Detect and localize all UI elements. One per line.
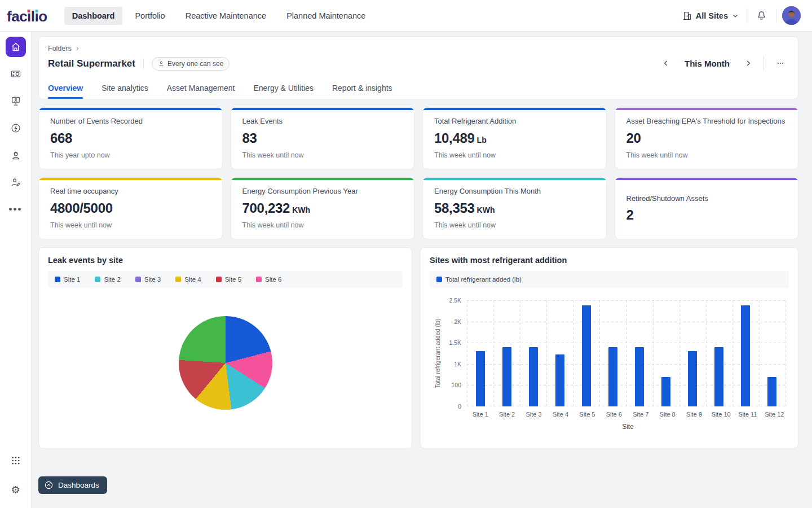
ellipsis-icon: [775, 59, 785, 67]
settings-icon: ⚙: [11, 485, 20, 495]
v-gridline: [626, 300, 627, 406]
bar-site-5: [582, 305, 591, 406]
app-launcher-icon: [11, 456, 21, 466]
kpi-value-row: 58,353KWh: [434, 200, 595, 216]
legend-item-site-4[interactable]: Site 4: [175, 276, 201, 283]
topnav-item-dashboard[interactable]: Dashboard: [64, 7, 123, 25]
x-label-site-11: Site 11: [734, 411, 761, 418]
tab-asset-management[interactable]: Asset Management: [167, 84, 235, 99]
topnav-right: All Sites: [679, 6, 801, 25]
kpi-unit: KWh: [477, 205, 495, 214]
sidebar-item-home[interactable]: [6, 37, 26, 57]
kpi-label: Energy Consumption This Month: [434, 187, 595, 195]
y-tick-label: 2.5K: [449, 297, 461, 304]
tab-report-insights[interactable]: Report & insights: [332, 84, 392, 99]
kpi-label: Retired/Shutdown Assets: [626, 194, 787, 203]
legend-item-site-2[interactable]: Site 2: [95, 276, 120, 283]
charts-section: Leak events by site Site 1Site 2Site 3Si…: [38, 247, 798, 449]
bar-site-6: [608, 347, 617, 406]
sidebar-item-kiosk[interactable]: [6, 91, 26, 111]
left-sidebar: ••• ⚙: [0, 32, 32, 508]
topnav-item-portfolio[interactable]: Portfolio: [127, 7, 173, 25]
kpi-card-total-refrigerant-addition: Total Refrigerant Addition10,489LbThis w…: [422, 107, 607, 169]
kpi-subtitle: This week until now: [434, 151, 595, 159]
person-edit-icon: [10, 177, 21, 188]
user-avatar[interactable]: [782, 6, 801, 25]
sidebar-item-more[interactable]: •••: [6, 199, 26, 220]
breadcrumb-folders[interactable]: Folders: [48, 45, 72, 52]
kpi-row: Real time occupancy4800/5000This week un…: [38, 177, 798, 239]
x-label-site-3: Site 3: [520, 411, 547, 418]
kpi-value-row: 2: [626, 207, 787, 223]
logo-char: a: [11, 9, 19, 24]
sidebar-item-worker[interactable]: [6, 145, 26, 165]
kpi-card-real-time-occupancy: Real time occupancy4800/5000This week un…: [38, 177, 223, 239]
x-label-site-9: Site 9: [681, 411, 707, 418]
sidebar-item-energy[interactable]: [6, 118, 26, 138]
kpi-value: 10,489: [434, 130, 475, 146]
logo-char: f: [7, 9, 11, 24]
sidebar-item-equipment[interactable]: [6, 64, 26, 84]
legend-label: Site 3: [144, 276, 161, 283]
kpi-label: Number of Events Recorded: [50, 117, 211, 125]
logo-char: c: [19, 9, 27, 24]
previous-period-button[interactable]: [659, 56, 673, 71]
tab-site-analytics[interactable]: Site analytics: [102, 84, 148, 99]
pie-legend: Site 1Site 2Site 3Site 4Site 5Site 6: [48, 271, 403, 288]
period-controls: This Month: [659, 56, 789, 71]
kpi-value-row: 700,232KWh: [242, 200, 403, 216]
kpi-accent-strip: [423, 108, 606, 110]
x-label-site-2: Site 2: [493, 411, 520, 418]
v-gridline: [573, 300, 573, 406]
bar-site-11: [741, 305, 750, 406]
v-gridline: [653, 300, 654, 406]
notifications-button[interactable]: [753, 7, 770, 24]
legend-item-total-refrigerant-added-lb[interactable]: Total refrigerant added (lb): [436, 276, 522, 283]
legend-item-site-1[interactable]: Site 1: [55, 276, 80, 283]
y-axis-ticks: 01001K1.5K2K2.5K: [443, 300, 461, 406]
kpi-card-asset-breaching-epa-s-threshold-for-inspections: Asset Breaching EPA's Threshold for Insp…: [615, 107, 799, 169]
person-icon: [158, 60, 165, 67]
bar-site-9: [688, 351, 697, 406]
chevron-right-icon: [744, 59, 752, 67]
x-label-site-5: Site 5: [574, 411, 601, 418]
tab-energy-utilities[interactable]: Energy & Utilities: [253, 84, 314, 99]
logo-i-dot: [35, 10, 38, 12]
legend-item-site-5[interactable]: Site 5: [216, 276, 241, 283]
legend-swatch: [175, 277, 181, 282]
x-label-site-6: Site 6: [601, 411, 627, 418]
page-title: Retail Supermarket: [48, 58, 135, 69]
dashboard-tabs: OverviewSite analyticsAsset ManagementEn…: [48, 84, 392, 99]
topnav-item-reactive-maintenance[interactable]: Reactive Maintenance: [178, 7, 274, 25]
legend-label: Site 1: [64, 276, 80, 283]
kpi-label: Real time occupancy: [50, 187, 211, 195]
breadcrumb[interactable]: Folders: [48, 45, 789, 52]
facilio-logo[interactable]: facılıo: [7, 8, 47, 24]
sidebar-item-person-edit[interactable]: [6, 172, 26, 192]
topnav-item-planned-maintenance[interactable]: Planned Maintenance: [279, 7, 373, 25]
legend-swatch: [436, 277, 442, 282]
tab-overview[interactable]: Overview: [48, 84, 83, 99]
building-icon: [682, 11, 692, 21]
dashboards-button[interactable]: Dashboards: [38, 476, 107, 494]
equipment-icon: [10, 68, 21, 80]
app-launcher-button[interactable]: [6, 450, 26, 471]
y-tick-label: 0: [458, 403, 461, 410]
legend-item-site-6[interactable]: Site 6: [256, 276, 281, 283]
kpi-value-row: 10,489Lb: [434, 130, 595, 146]
divider: [143, 58, 144, 69]
visibility-badge: Every one can see: [152, 57, 230, 71]
next-period-button[interactable]: [741, 56, 756, 71]
settings-button[interactable]: ⚙: [6, 480, 26, 500]
dashboard-header: Folders Retail Supermarket Every one can…: [38, 36, 798, 99]
kiosk-icon: [10, 95, 21, 107]
sidebar-bottom: ⚙: [6, 450, 26, 500]
more-options-button[interactable]: [772, 56, 789, 71]
kpi-unit: KWh: [292, 205, 310, 214]
bar-site-1: [476, 351, 485, 406]
kpi-subtitle: This week until now: [50, 221, 211, 229]
legend-label: Site 5: [225, 276, 241, 283]
site-selector[interactable]: All Sites: [679, 7, 741, 24]
legend-item-site-3[interactable]: Site 3: [135, 276, 161, 283]
v-gridline: [706, 300, 707, 406]
